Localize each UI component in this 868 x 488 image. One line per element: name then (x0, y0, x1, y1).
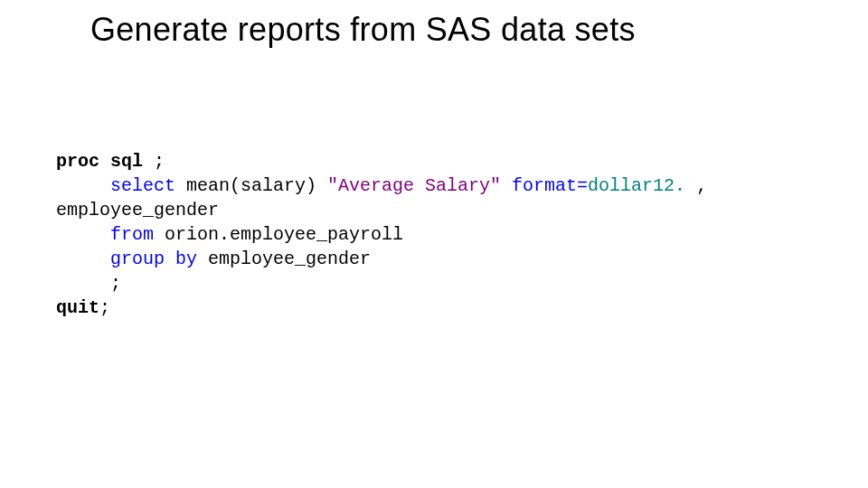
fmt-dollar: dollar12. (588, 175, 685, 196)
semi3: ; (99, 297, 110, 318)
semi2: ; (110, 273, 121, 294)
groupby-col: employee_gender (197, 249, 371, 269)
kw-format: format= (501, 175, 588, 196)
kw-proc: proc (56, 151, 99, 172)
comma: , (685, 175, 707, 196)
page-title: Generate reports from SAS data sets (90, 11, 636, 49)
sas-code-block: proc sql ; select mean(salary) "Average … (56, 149, 707, 320)
kw-sql: sql (110, 151, 143, 172)
str-literal: "Average Salary" (327, 175, 501, 196)
kw-quit: quit (56, 297, 99, 318)
kw-groupby: group by (110, 249, 197, 269)
kw-select: select (110, 175, 175, 196)
semi1: ; (143, 151, 165, 172)
emp-gender: employee_gender (56, 200, 219, 221)
mean-expr: mean(salary) (175, 175, 327, 196)
kw-from: from (110, 224, 154, 245)
from-table: orion.employee_payroll (154, 224, 403, 245)
